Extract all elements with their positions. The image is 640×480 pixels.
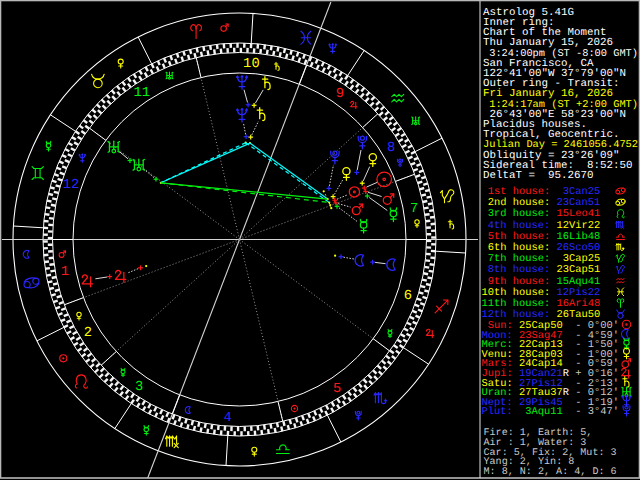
svg-text:23Cap51: 23Cap51 — [557, 264, 601, 276]
svg-text:2: 2 — [84, 326, 92, 341]
svg-text:7th house:: 7th house: — [482, 253, 557, 265]
svg-text:5th house:: 5th house: — [482, 231, 557, 243]
svg-text:3Cap25: 3Cap25 — [557, 253, 601, 265]
svg-text:8: 8 — [387, 141, 395, 156]
svg-text:5: 5 — [333, 382, 341, 397]
svg-text:9th house:: 9th house: — [482, 276, 557, 288]
svg-text:3Aqu11: 3Aqu11 — [519, 406, 563, 418]
svg-text:10: 10 — [243, 57, 260, 72]
svg-text:6: 6 — [404, 289, 412, 304]
svg-text:11: 11 — [134, 86, 151, 101]
svg-text:1: 1 — [61, 265, 69, 280]
svg-text:4: 4 — [223, 411, 231, 426]
svg-text:12: 12 — [63, 178, 80, 193]
svg-text:26Sco50: 26Sco50 — [557, 242, 601, 254]
svg-text:4th house:: 4th house: — [482, 220, 557, 232]
svg-text:23Can51: 23Can51 — [557, 197, 601, 209]
svg-text:11th house:: 11th house: — [482, 298, 557, 310]
svg-text:1st house:: 1st house: — [482, 186, 557, 198]
svg-text:12Pis22: 12Pis22 — [557, 287, 601, 299]
svg-text:7: 7 — [410, 202, 418, 217]
svg-text:DeltaT = 95.2670: DeltaT = 95.2670 — [483, 170, 594, 182]
svg-text:16Ari48: 16Ari48 — [557, 298, 601, 310]
svg-text:15Aqu41: 15Aqu41 — [557, 276, 601, 288]
svg-text:3: 3 — [135, 380, 143, 395]
svg-text:12Vir22: 12Vir22 — [557, 220, 601, 232]
svg-text:16Lib48: 16Lib48 — [557, 231, 601, 243]
svg-text:10th house:: 10th house: — [482, 287, 557, 299]
svg-text:3Can25: 3Can25 — [557, 186, 601, 198]
svg-text:Plut:: Plut: — [482, 406, 513, 418]
svg-text:M: 8, N: 2, A: 4, D: 6: M: 8, N: 2, A: 4, D: 6 — [484, 467, 617, 478]
svg-text:6th house:: 6th house: — [482, 242, 557, 254]
svg-text:9: 9 — [336, 87, 344, 102]
svg-text:3rd house:: 3rd house: — [482, 208, 557, 220]
svg-text:2nd house:: 2nd house: — [482, 197, 557, 209]
svg-text:- 3°47': - 3°47' — [575, 406, 619, 418]
svg-text:15Leo41: 15Leo41 — [557, 208, 601, 220]
svg-text:8th house:: 8th house: — [482, 264, 557, 276]
